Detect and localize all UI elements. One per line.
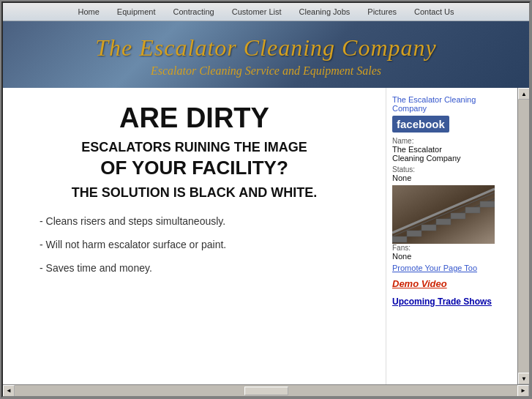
sidebar: The Escalator Cleaning Company facebook … — [386, 88, 517, 384]
nav-contact-us[interactable]: Contact Us — [414, 7, 454, 16]
fb-fans-label: Fans: — [392, 244, 512, 252]
svg-rect-3 — [392, 236, 407, 242]
facebook-label: facebook — [397, 118, 445, 130]
main-content: ARE DIRTY ESCALATORS RUINING THE IMAGE O… — [3, 88, 517, 384]
content-area: ARE DIRTY ESCALATORS RUINING THE IMAGE O… — [3, 88, 386, 384]
svg-rect-4 — [407, 231, 422, 236]
sidebar-company-name[interactable]: The Escalator Cleaning Company — [392, 95, 512, 113]
bullet-3: - Saves time and money. — [40, 262, 364, 274]
bullet-list: - Cleans risers and steps simultaneously… — [25, 215, 364, 274]
content-with-scroll: ARE DIRTY ESCALATORS RUINING THE IMAGE O… — [3, 88, 529, 384]
scroll-left-button[interactable]: ◄ — [3, 385, 15, 397]
vertical-scrollbar: ▲ ▼ — [517, 88, 529, 384]
promote-page-link[interactable]: Promote Your Page Too — [392, 264, 512, 272]
svg-rect-8 — [465, 207, 480, 213]
nav-home[interactable]: Home — [78, 7, 100, 16]
demo-video-link[interactable]: Demo Video — [392, 278, 512, 289]
headline-of-your-facility: OF YOUR FACILITY? — [25, 157, 364, 179]
scroll-down-button[interactable]: ▼ — [518, 373, 529, 384]
facebook-badge[interactable]: facebook — [392, 116, 449, 133]
fb-escalator-photo — [392, 185, 495, 244]
nav-bar: Home Equipment Contracting Customer List… — [3, 3, 529, 21]
fb-name-value: The EscalatorCleaning Company — [392, 145, 512, 163]
browser-content: Home Equipment Contracting Customer List… — [1, 1, 531, 398]
bullet-2: - Will not harm escalator surface or pai… — [40, 239, 364, 250]
scroll-up-button[interactable]: ▲ — [518, 88, 529, 100]
svg-rect-6 — [436, 219, 451, 225]
fb-status-value: None — [392, 174, 512, 182]
svg-rect-9 — [480, 201, 495, 207]
site-header: The Escalator Cleaning Company Escalator… — [3, 21, 529, 88]
site-subtitle: Escalator Cleaning Service and Equipment… — [18, 64, 514, 78]
fb-status-label: Status: — [392, 165, 512, 174]
headline-escalators-ruining: ESCALATORS RUINING THE IMAGE — [25, 140, 364, 155]
horizontal-scrollbar: ◄ ► — [3, 384, 529, 396]
trade-shows-link[interactable]: Upcoming Trade Shows — [392, 297, 512, 307]
nav-contracting[interactable]: Contracting — [173, 7, 214, 16]
scroll-right-button[interactable]: ► — [517, 385, 529, 397]
headline-solution: THE SOLUTION IS BLACK AND WHITE. — [25, 185, 364, 201]
fb-fans-value: None — [392, 252, 512, 261]
browser-frame: Home Equipment Contracting Customer List… — [0, 0, 532, 399]
svg-rect-7 — [451, 213, 465, 219]
nav-equipment[interactable]: Equipment — [117, 7, 156, 16]
h-scroll-thumb[interactable] — [244, 387, 288, 395]
h-scroll-track[interactable] — [15, 385, 517, 396]
nav-cleaning-jobs[interactable]: Cleaning Jobs — [299, 7, 351, 16]
scroll-track[interactable] — [518, 100, 529, 373]
headline-are-dirty: ARE DIRTY — [25, 102, 364, 134]
site-title: The Escalator Cleaning Company — [18, 34, 514, 61]
nav-pictures[interactable]: Pictures — [367, 7, 397, 16]
nav-customer-list[interactable]: Customer List — [232, 7, 282, 16]
bullet-1: - Cleans risers and steps simultaneously… — [40, 215, 364, 227]
fb-name-label: Name: — [392, 137, 512, 145]
svg-rect-5 — [422, 225, 436, 231]
